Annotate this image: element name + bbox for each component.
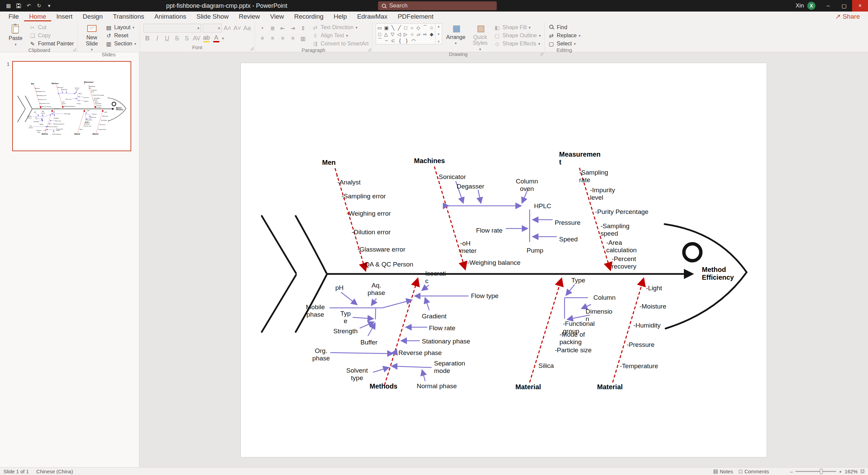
shape-icon[interactable]: ╲ xyxy=(391,25,395,31)
diagram-label[interactable]: HPLC xyxy=(534,202,551,210)
increase-font-button[interactable]: A˄ xyxy=(223,24,232,32)
gallery-more-icon[interactable]: ≡ xyxy=(438,40,440,43)
comments-button[interactable]: ◻ Comments xyxy=(738,468,769,474)
ribbon-tab[interactable]: Transitions xyxy=(108,12,149,21)
paragraph-dialog-launcher-icon[interactable]: ◿ xyxy=(368,47,371,52)
shapes-gallery[interactable]: ▭▣╲╱□○◇⌒☆ □△▽◁▷○▱⇨◆ ⌒~⊂{}◠ ▴ ▾ ≡ xyxy=(376,23,442,44)
diagram-label[interactable]: -QA & QC Person xyxy=(362,261,413,268)
avatar[interactable]: X xyxy=(807,2,815,10)
bold-button[interactable]: B xyxy=(143,34,152,42)
diagram-label[interactable]: Mobile phase xyxy=(301,303,329,318)
diagram-label[interactable]: Silica xyxy=(538,362,554,370)
find-button[interactable]: Find xyxy=(548,24,580,31)
shape-icon[interactable]: ☆ xyxy=(430,25,434,31)
diagram-label[interactable]: -Sampling speed xyxy=(600,222,630,237)
maximize-button[interactable]: ▢ xyxy=(836,0,852,12)
diagram-label[interactable]: -Purity Percentage xyxy=(595,208,648,216)
shape-fill-button[interactable]: ◧ Shape Fill ▾ xyxy=(494,24,541,31)
clipboard-dialog-launcher-icon[interactable]: ◿ xyxy=(73,47,76,52)
diagram-label[interactable]: -Weighing balance xyxy=(467,259,520,266)
select-button[interactable]: ▢ Select ▾ xyxy=(548,40,580,47)
new-slide-button[interactable]: New Slide ▾ xyxy=(81,23,103,52)
diagram-label[interactable]: Method Efficiency xyxy=(702,266,734,281)
diagram-label[interactable]: Machines xyxy=(414,157,445,165)
shape-icon[interactable]: ~ xyxy=(384,38,389,43)
zoom-slider[interactable] xyxy=(795,471,836,472)
convert-to-smartart-button[interactable]: ⇶ Convert to SmartArt xyxy=(312,40,369,47)
drawing-dialog-launcher-icon[interactable]: ◿ xyxy=(540,51,543,56)
slide-canvas[interactable]: Men--Analyst-Sampling error-Weighing err… xyxy=(139,52,868,467)
text-direction-button[interactable]: ⇄ Text Direction ▾ xyxy=(312,24,369,31)
diagram-label[interactable]: -Sampling rate xyxy=(579,169,608,184)
shape-icon[interactable]: ▽ xyxy=(391,32,395,37)
shape-icon[interactable]: ⌒ xyxy=(423,25,427,31)
shape-icon[interactable]: ⊂ xyxy=(391,38,395,43)
ribbon-tab[interactable]: EdrawMax xyxy=(352,12,393,21)
diagram-label[interactable]: Typ e xyxy=(337,310,354,325)
font-dialog-launcher-icon[interactable]: ◿ xyxy=(250,46,253,51)
search-box[interactable]: Search xyxy=(378,1,497,10)
user-name[interactable]: Xin xyxy=(795,2,804,9)
zoom-out-button[interactable]: – xyxy=(790,469,793,474)
increase-indent-icon[interactable]: ⇥ xyxy=(289,24,297,32)
diagram-label[interactable]: Flow type xyxy=(471,292,498,300)
diagram-label[interactable]: Stationary phase xyxy=(422,338,470,345)
shape-icon[interactable]: ▱ xyxy=(416,32,420,37)
align-center-icon[interactable]: ≡ xyxy=(269,34,277,42)
diagram-label[interactable]: Flow rate xyxy=(476,227,502,234)
diagram-label[interactable]: -Analyst xyxy=(337,179,361,186)
diagram-label[interactable]: Type xyxy=(571,277,585,284)
numbering-icon[interactable]: ≣ xyxy=(269,24,277,32)
diagram-label[interactable]: -Humidity xyxy=(633,322,660,329)
arrange-button[interactable]: ▦ Arrange ▾ xyxy=(445,23,467,45)
ribbon-tab[interactable]: View xyxy=(265,12,289,21)
diagram-label[interactable]: Reverse phase xyxy=(398,349,442,357)
section-button[interactable]: ▥ Section ▾ xyxy=(105,40,136,47)
shape-icon[interactable]: ◆ xyxy=(430,32,434,37)
font-size-combo[interactable]: ▾ xyxy=(203,24,222,33)
format-painter-button[interactable]: ✎ Format Painter xyxy=(29,40,74,47)
ribbon-tab[interactable]: Help xyxy=(329,12,352,21)
diagram-label[interactable]: Flow rate xyxy=(429,324,455,332)
fit-to-window-icon[interactable]: ⊡ xyxy=(860,468,865,474)
decrease-indent-icon[interactable]: ⇤ xyxy=(279,24,287,32)
shape-icon[interactable]: □ xyxy=(403,25,408,31)
columns-icon[interactable]: ▥ xyxy=(299,34,307,42)
diagram-label[interactable]: -Dilution error xyxy=(352,229,391,236)
decrease-font-button[interactable]: A˅ xyxy=(233,24,241,32)
reset-button[interactable]: ↺ Reset xyxy=(105,32,136,39)
layout-button[interactable]: ▤ Layout ▾ xyxy=(105,24,136,31)
diagram-label[interactable]: Material xyxy=(597,383,623,391)
underline-button[interactable]: U xyxy=(163,34,171,42)
replace-button[interactable]: ⇄ Replace ▾ xyxy=(548,32,580,39)
ribbon-tab[interactable]: Design xyxy=(78,12,108,21)
shape-icon[interactable]: { xyxy=(398,38,402,43)
diagram-label[interactable]: Gradient xyxy=(422,313,447,320)
zoom-level[interactable]: 162% xyxy=(845,469,857,474)
diagram-label[interactable]: Column xyxy=(593,294,615,301)
diagram-label[interactable]: Pressure xyxy=(555,219,580,226)
text-shadow-button[interactable]: S xyxy=(183,34,191,42)
shape-icon[interactable]: ○ xyxy=(410,32,414,37)
diagram-label[interactable]: -Impurity level xyxy=(590,186,615,201)
shape-icon[interactable]: △ xyxy=(384,32,388,37)
diagram-label[interactable]: Measuremen t xyxy=(559,151,600,166)
italic-button[interactable]: I xyxy=(153,34,161,42)
diagram-label[interactable]: -Temperature xyxy=(620,362,658,370)
diagram-label[interactable]: -Percent recovery xyxy=(612,255,636,270)
shape-icon[interactable]: ◇ xyxy=(416,25,420,31)
diagram-label[interactable]: -Sampling error xyxy=(341,193,386,200)
shape-icon[interactable]: □ xyxy=(377,32,381,37)
align-left-icon[interactable]: ≡ xyxy=(258,34,267,42)
diagram-label[interactable]: Methods xyxy=(370,382,397,390)
share-button[interactable]: ↗ Share xyxy=(835,13,860,20)
diagram-label[interactable]: Normal phase xyxy=(417,382,457,390)
undo-icon[interactable]: ↶ xyxy=(24,0,34,12)
slide[interactable]: Men--Analyst-Sampling error-Weighing err… xyxy=(241,63,767,457)
diagram-label[interactable]: Speed xyxy=(559,236,578,243)
gallery-scroll-up-icon[interactable]: ▴ xyxy=(438,24,439,28)
ribbon-tab[interactable]: Home xyxy=(24,12,52,21)
ribbon-tab[interactable]: Slide Show xyxy=(191,12,234,21)
diagram-label[interactable]: -Weighing error xyxy=(347,210,391,217)
cut-button[interactable]: ✂ Cut xyxy=(29,24,74,31)
